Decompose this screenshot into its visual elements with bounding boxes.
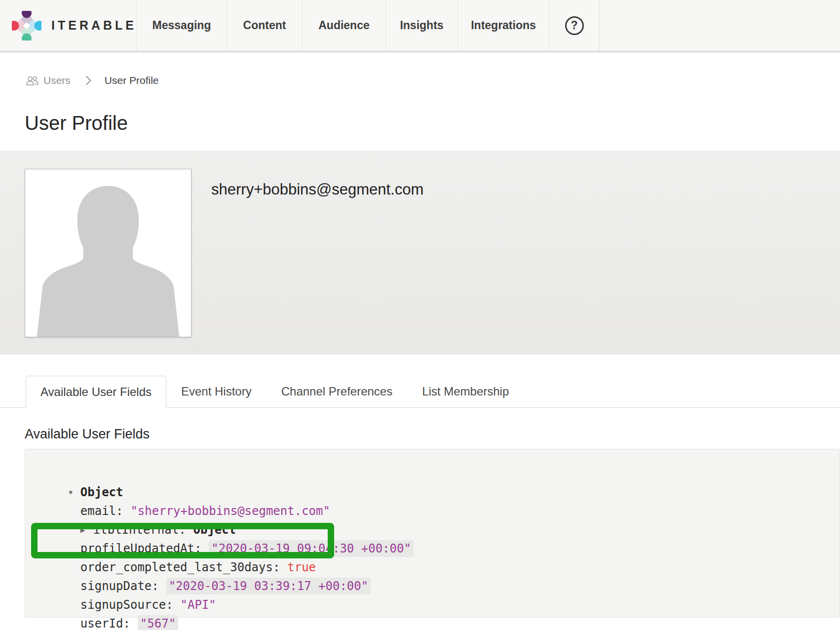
- tab-label: Available User Fields: [40, 385, 152, 399]
- tab-channel-preferences[interactable]: Channel Preferences: [267, 376, 407, 407]
- field-value: Object: [193, 523, 236, 537]
- users-icon: [26, 76, 39, 86]
- brand[interactable]: ITERABLE: [0, 0, 136, 51]
- nav-item-label: Integrations: [471, 19, 536, 32]
- field-key: signupSource:: [80, 598, 173, 612]
- field-key: signupDate:: [80, 579, 159, 593]
- field-row-email: email:"sherry+bobbins@segment.com": [52, 483, 840, 502]
- nav-item-label: Insights: [400, 19, 443, 32]
- help-button[interactable]: ?: [549, 0, 599, 51]
- avatar: [25, 169, 191, 337]
- field-key: itblInternal:: [93, 523, 186, 537]
- tab-available-user-fields[interactable]: Available User Fields: [26, 376, 166, 408]
- nav-item-audience[interactable]: Audience: [302, 0, 385, 51]
- top-nav: ITERABLE Messaging Content Audience Insi…: [0, 0, 840, 52]
- nav-item-integrations[interactable]: Integrations: [458, 0, 549, 51]
- iterable-logo-icon: [12, 11, 41, 40]
- field-value: "API": [181, 598, 216, 612]
- breadcrumb: Users User Profile: [26, 74, 840, 87]
- expand-toggle-icon[interactable]: ▶: [80, 521, 93, 540]
- person-silhouette-icon: [25, 169, 191, 337]
- field-row-root: ▼Object: [52, 464, 840, 483]
- breadcrumb-users-link[interactable]: Users: [26, 75, 71, 86]
- nav-spacer: [599, 0, 840, 51]
- chevron-right-icon: [85, 75, 92, 86]
- tab-label: List Membership: [422, 385, 509, 398]
- collapse-toggle-icon[interactable]: ▼: [68, 483, 80, 502]
- nav-item-insights[interactable]: Insights: [385, 0, 458, 51]
- field-value: "2020-03-19 03:39:17 +00:00": [166, 578, 371, 594]
- tab-list-membership[interactable]: List Membership: [407, 376, 524, 407]
- field-value: "2020-03-19 09:04:30 +00:00": [209, 540, 414, 557]
- profile-hero: sherry+bobbins@segment.com: [0, 151, 840, 354]
- help-icon: ?: [565, 16, 584, 35]
- field-key: order_completed_last_30days:: [80, 560, 280, 574]
- brand-wordmark: ITERABLE: [51, 18, 137, 33]
- profile-tabs: Available User Fields Event History Chan…: [0, 376, 840, 408]
- profile-email: sherry+bobbins@segment.com: [211, 181, 423, 198]
- tab-event-history[interactable]: Event History: [166, 376, 267, 407]
- field-key: profileUpdatedAt:: [80, 542, 202, 555]
- tab-label: Event History: [181, 385, 252, 398]
- section-heading: Available User Fields: [25, 427, 840, 442]
- field-root-label: Object: [80, 485, 123, 499]
- nav-item-label: Content: [243, 19, 286, 32]
- nav-item-label: Audience: [318, 19, 370, 32]
- field-value: true: [287, 560, 316, 574]
- nav-item-messaging[interactable]: Messaging: [136, 0, 227, 51]
- field-value: "sherry+bobbins@segment.com": [130, 504, 330, 518]
- user-fields-panel: ▼Object email:"sherry+bobbins@segment.co…: [25, 449, 840, 618]
- field-value: "567": [138, 615, 178, 630]
- nav-item-label: Messaging: [153, 19, 211, 32]
- breadcrumb-users-label: Users: [43, 75, 71, 86]
- field-key: userId:: [80, 617, 130, 630]
- breadcrumb-current: User Profile: [105, 75, 159, 86]
- tab-label: Channel Preferences: [281, 385, 392, 398]
- field-key: email:: [80, 504, 123, 518]
- page-title: User Profile: [25, 112, 840, 134]
- nav-item-content[interactable]: Content: [227, 0, 302, 51]
